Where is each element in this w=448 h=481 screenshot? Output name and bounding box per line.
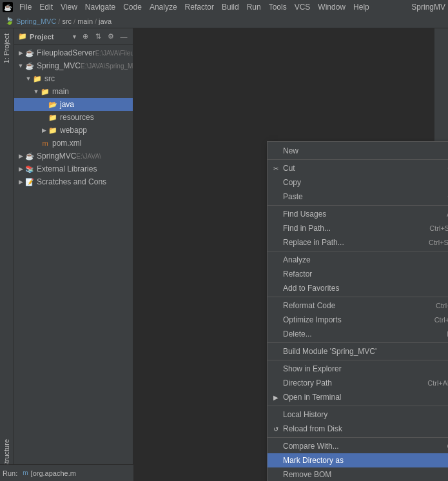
context-menu: New ▶ ✂ Cut Ctrl+X Copy Paste Ctrl+V Fin… <box>267 141 448 481</box>
menu-tools[interactable]: Tools <box>265 1 291 13</box>
ctx-sep-1 <box>268 159 448 160</box>
ctx-find-usages[interactable]: Find Usages Alt+F7 <box>268 207 448 221</box>
menu-run[interactable]: Run <box>243 1 265 13</box>
ctx-show-explorer[interactable]: Show in Explorer <box>268 362 448 376</box>
settings-icon[interactable]: ⚙ <box>106 32 116 42</box>
folder-icon-src: 📁 <box>32 74 43 84</box>
ctx-remove-bom[interactable]: Remove BOM <box>268 467 448 481</box>
ctx-replace-path[interactable]: Replace in Path... Ctrl+Shift+R <box>268 235 448 250</box>
ctx-mark-directory[interactable]: Mark Directory as ▶ <box>268 453 448 467</box>
minimize-icon[interactable]: — <box>119 32 129 42</box>
folder-icon-webapp: 📁 <box>48 125 58 135</box>
ctx-sep-5 <box>268 342 448 343</box>
ctx-find-path[interactable]: Find in Path... Ctrl+Shift+F <box>268 221 448 235</box>
ctx-sep-8 <box>268 437 448 438</box>
breadcrumb-part-0[interactable]: Spring_MVC <box>16 17 56 25</box>
ctx-reformat[interactable]: Reformat Code Ctrl+Alt+L <box>268 299 448 313</box>
ctx-local-history[interactable]: Local History ▶ <box>268 407 448 422</box>
breadcrumb-part-3[interactable]: java <box>99 17 112 25</box>
ctx-cut[interactable]: ✂ Cut Ctrl+X <box>268 161 448 175</box>
ctx-refactor[interactable]: Refactor ▶ <box>268 267 448 281</box>
tree-item-springmvc2[interactable]: ▶ ☕ SpringMVC E:\JAVA\ <box>14 150 133 162</box>
tree-item-main[interactable]: ▼ 📁 main <box>14 85 133 98</box>
breadcrumb-part-1[interactable]: src <box>62 17 72 25</box>
tree-item-pom[interactable]: m pom.xml <box>14 137 133 150</box>
tree-item-webapp[interactable]: ▶ 📁 webapp <box>14 124 133 137</box>
ctx-sep-3 <box>268 251 448 251</box>
ctx-copy[interactable]: Copy <box>268 175 448 190</box>
tree-item-ext-libs[interactable]: ▶ 📚 External Libraries <box>14 162 133 175</box>
tree-item-springmvc[interactable]: ▼ ☕ Spring_MVC E:\JAVA\Spring_MVC <box>14 59 133 72</box>
ctx-add-favorites[interactable]: Add to Favorites ▶ <box>268 281 448 295</box>
ctx-sep-7 <box>268 406 448 406</box>
left-sidebar: 1: Project 7: Structure <box>0 28 14 481</box>
ctx-paste[interactable]: Paste Ctrl+V <box>268 190 448 204</box>
project-icon-2: ☕ <box>24 61 35 71</box>
menu-refactor[interactable]: Refactor <box>181 1 218 13</box>
svg-text:☕: ☕ <box>4 3 12 12</box>
menu-view[interactable]: View <box>57 1 81 13</box>
app-title: SpringMV <box>411 3 445 12</box>
main-area: 1: Project 7: Structure 📁 Project ▼ ⊕ ⇅ … <box>0 28 448 481</box>
breadcrumb-part-2[interactable]: main <box>77 17 93 25</box>
menu-navigate[interactable]: Navigate <box>81 1 119 13</box>
panel-dropdown[interactable]: ▼ <box>72 34 77 40</box>
menu-file[interactable]: File <box>15 1 35 13</box>
menubar: ☕ File Edit View Navigate Code Analyze R… <box>0 0 448 14</box>
ctx-reload[interactable]: ↺ Reload from Disk <box>268 422 448 436</box>
ctx-sep-6 <box>268 360 448 360</box>
scroll-icon[interactable]: ⇅ <box>93 32 103 42</box>
ctx-build-module[interactable]: Build Module 'Spring_MVC' <box>268 344 448 358</box>
project-icon-3: ☕ <box>24 151 35 161</box>
tree-item-scratches[interactable]: ▶ 📝 Scratches and Cons <box>14 175 133 188</box>
folder-icon-main: 📁 <box>40 86 50 97</box>
project-panel: 📁 Project ▼ ⊕ ⇅ ⚙ — ▶ ☕ FileuploadServer… <box>14 28 133 481</box>
terminal-icon: ▶ <box>271 393 280 402</box>
tree-item-java[interactable]: 📂 java <box>14 98 133 111</box>
ctx-delete[interactable]: Delete... Delete <box>268 327 448 341</box>
panel-title: Project <box>30 33 72 41</box>
project-icon: ☕ <box>24 48 35 58</box>
run-icon: m <box>23 469 28 476</box>
ctx-new[interactable]: New ▶ <box>268 144 448 158</box>
breadcrumb: 🍃 Spring_MVC / src / main / java <box>0 14 448 28</box>
reload-icon: ↺ <box>271 424 280 433</box>
library-icon: 📚 <box>24 164 35 174</box>
menu-help[interactable]: Help <box>349 1 373 13</box>
tree-area: ▶ ☕ FileuploadServer E:\JAVA\FileuploadS… <box>14 45 133 481</box>
scratch-icon: 📝 <box>24 177 35 187</box>
ctx-sep-4 <box>268 297 448 297</box>
run-label: Run: <box>3 469 17 477</box>
folder-icon-java: 📂 <box>48 99 58 110</box>
run-item[interactable]: [org.apache.m <box>31 469 76 477</box>
maven-icon: m <box>40 138 50 148</box>
ctx-sep-2 <box>268 205 448 206</box>
folder-icon: 📁 <box>18 32 27 41</box>
menu-build[interactable]: Build <box>218 1 243 13</box>
cut-icon: ✂ <box>271 164 280 173</box>
tree-item-fileupload[interactable]: ▶ ☕ FileuploadServer E:\JAVA\FileuploadS… <box>14 46 133 59</box>
ctx-analyze[interactable]: Analyze ▶ <box>268 253 448 267</box>
ctx-optimize[interactable]: Optimize Imports Ctrl+Alt+O <box>268 313 448 327</box>
tree-item-resources[interactable]: 📁 resources <box>14 111 133 124</box>
editor-area: New ▶ ✂ Cut Ctrl+X Copy Paste Ctrl+V Fin… <box>133 28 434 481</box>
ctx-open-terminal[interactable]: ▶ Open in Terminal <box>268 390 448 404</box>
ctx-dir-path[interactable]: Directory Path Ctrl+Alt+F12 <box>268 376 448 390</box>
sidebar-tab-project[interactable]: 1: Project <box>0 28 14 68</box>
panel-icons: ⊕ ⇅ ⚙ — <box>80 32 129 42</box>
menu-analyze[interactable]: Analyze <box>146 1 181 13</box>
menu-window[interactable]: Window <box>314 1 349 13</box>
app-logo: ☕ <box>3 2 13 12</box>
panel-header: 📁 Project ▼ ⊕ ⇅ ⚙ — <box>14 28 133 45</box>
locate-icon[interactable]: ⊕ <box>80 32 90 42</box>
menu-edit[interactable]: Edit <box>35 1 57 13</box>
tree-item-src[interactable]: ▼ 📁 src <box>14 72 133 85</box>
folder-icon-resources: 📁 <box>48 112 58 123</box>
menu-code[interactable]: Code <box>119 1 146 13</box>
ctx-compare[interactable]: Compare With... Ctrl+D <box>268 439 448 453</box>
menu-vcs[interactable]: VCS <box>291 1 315 13</box>
